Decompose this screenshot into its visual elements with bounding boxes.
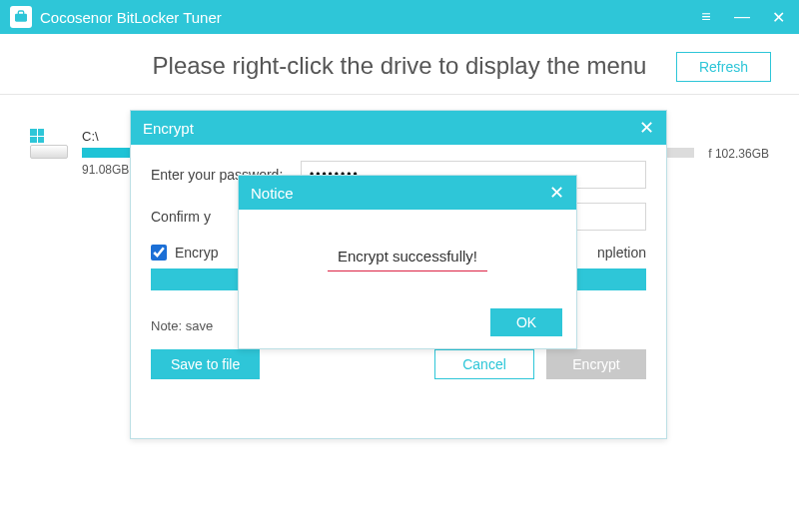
drive-icon: [30, 129, 68, 159]
auto-unlock-checkbox[interactable]: [151, 245, 167, 261]
checkbox-label-left: Encryp: [175, 245, 219, 261]
encrypt-dialog-title[interactable]: Encrypt ✕: [131, 111, 666, 145]
cancel-button[interactable]: Cancel: [434, 349, 534, 379]
app-logo: [10, 6, 32, 28]
notice-message: Encrypt successfully!: [338, 248, 477, 265]
refresh-button[interactable]: Refresh: [676, 52, 771, 82]
windows-icon: [30, 129, 44, 143]
checkbox-label-right: npletion: [597, 245, 646, 261]
instruction-text: Please right-click the drive to display …: [153, 52, 647, 80]
menu-icon[interactable]: ≡: [695, 8, 717, 27]
app-title: Cocosenor BitLocker Tuner: [40, 9, 695, 26]
save-to-file-button[interactable]: Save to file: [151, 349, 260, 379]
titlebar: Cocosenor BitLocker Tuner ≡ ― ✕: [0, 0, 799, 34]
notice-dialog-title-text: Notice: [251, 185, 294, 202]
encrypt-dialog-title-text: Encrypt: [143, 120, 194, 137]
notice-dialog: Notice ✕ Encrypt successfully! OK: [238, 175, 577, 349]
encrypt-button: Encrypt: [546, 349, 646, 379]
hdd-icon: [30, 145, 68, 159]
notice-dialog-close-icon[interactable]: ✕: [549, 182, 564, 204]
svg-rect-1: [18, 11, 23, 15]
notice-underline: [328, 270, 487, 271]
ok-button[interactable]: OK: [490, 308, 562, 336]
header: Please right-click the drive to display …: [0, 34, 799, 95]
notice-dialog-title[interactable]: Notice ✕: [239, 176, 576, 210]
close-icon[interactable]: ✕: [767, 8, 789, 27]
encrypt-dialog-close-icon[interactable]: ✕: [639, 117, 654, 139]
drive-total-text: f 102.36GB: [708, 147, 769, 161]
minimize-icon[interactable]: ―: [731, 8, 753, 27]
